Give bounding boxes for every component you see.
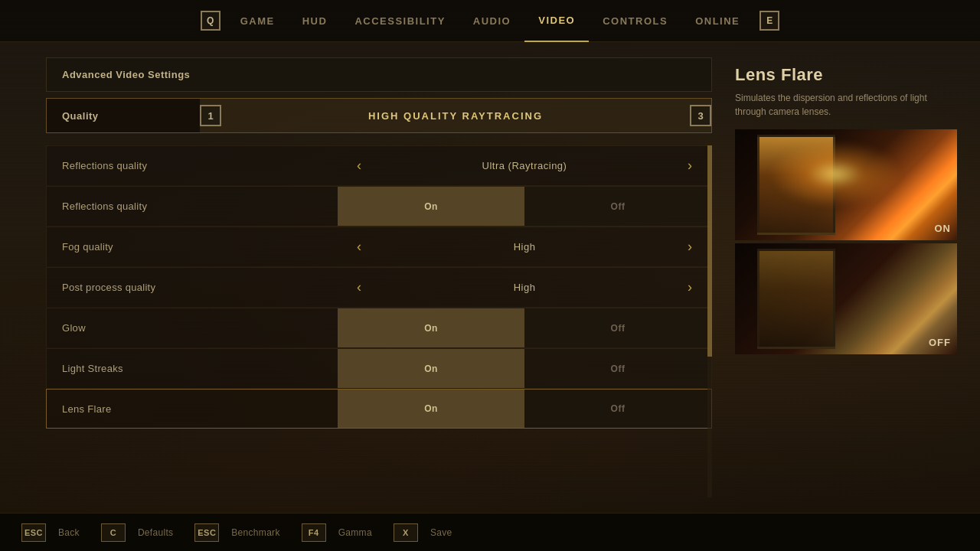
setting-name-fog: Fog quality xyxy=(47,241,338,253)
scrollbar[interactable] xyxy=(707,145,712,497)
settings-list: Reflections quality ‹ Ultra (Raytracing)… xyxy=(46,145,712,429)
key-x-save: X xyxy=(394,523,418,542)
preview-description: Simulates the dispersion and reflections… xyxy=(735,91,957,119)
slider-control-fog: ‹ High › xyxy=(338,227,711,266)
reflections-value: Ultra (Raytracing) xyxy=(373,160,676,171)
preview-on-container: ON xyxy=(735,129,957,243)
right-panel: Lens Flare Simulates the dispersion and … xyxy=(735,57,957,497)
key-esc-back: ESC xyxy=(21,523,46,542)
setting-row-reflections-toggle[interactable]: Reflections quality On Off xyxy=(46,186,712,226)
door-frame-off xyxy=(757,249,835,349)
key-esc-benchmark: ESC xyxy=(194,523,219,542)
section-header: Advanced Video Settings xyxy=(46,57,712,92)
setting-name-reflections: Reflections quality xyxy=(47,160,338,171)
fog-arrow-left[interactable]: ‹ xyxy=(345,233,373,261)
tab-online[interactable]: ONLINE xyxy=(681,0,753,42)
preview-image-off: OFF xyxy=(735,243,957,354)
setting-row-reflections-quality[interactable]: Reflections quality ‹ Ultra (Raytracing)… xyxy=(46,145,712,185)
quality-value: HIGH QUALITY RAYTRACING xyxy=(229,110,682,122)
reflections-toggle-off[interactable]: Off xyxy=(524,187,711,226)
left-panel: Advanced Video Settings Quality 1 HIGH Q… xyxy=(46,57,712,497)
toggle-glow: On Off xyxy=(338,308,711,347)
setting-control-fog: ‹ High › xyxy=(338,227,711,266)
quality-num-left: 1 xyxy=(200,105,221,126)
fog-value: High xyxy=(373,241,676,253)
setting-name-lens-flare: Lens Flare xyxy=(47,403,338,415)
nav-key-e[interactable]: E xyxy=(760,11,779,31)
separator xyxy=(46,139,712,145)
lens-flare-toggle-on[interactable]: On xyxy=(338,390,524,428)
setting-control-lens-flare: On Off xyxy=(338,390,711,428)
setting-control-reflections-toggle: On Off xyxy=(338,187,711,226)
label-benchmark: Benchmark xyxy=(231,527,279,538)
nav-key-q[interactable]: Q xyxy=(201,11,220,31)
preview-off-container: OFF xyxy=(735,243,957,357)
tab-game[interactable]: GAME xyxy=(227,0,289,42)
setting-control-light-streaks: On Off xyxy=(338,349,711,388)
quality-controls: 1 HIGH QUALITY RAYTRACING 3 xyxy=(200,99,711,132)
label-defaults: Defaults xyxy=(138,527,173,538)
slider-control-post-process: ‹ High › xyxy=(338,268,711,307)
setting-name-light-streaks: Light Streaks xyxy=(47,363,338,374)
main-content: Advanced Video Settings Quality 1 HIGH Q… xyxy=(0,42,980,513)
setting-control-glow: On Off xyxy=(338,308,711,347)
lens-flare-toggle-off[interactable]: Off xyxy=(524,390,711,428)
top-navigation: Q GAME HUD ACCESSIBILITY AUDIO VIDEO CON… xyxy=(0,0,980,42)
tab-accessibility[interactable]: ACCESSIBILITY xyxy=(341,0,459,42)
setting-name-glow: Glow xyxy=(47,322,338,334)
post-process-arrow-right[interactable]: › xyxy=(676,274,704,302)
fog-arrow-right[interactable]: › xyxy=(676,233,704,261)
label-save: Save xyxy=(430,527,452,538)
preview-off-label: OFF xyxy=(929,337,951,348)
toggle-lens-flare: On Off xyxy=(338,390,711,428)
setting-row-glow[interactable]: Glow On Off xyxy=(46,308,712,347)
tab-audio[interactable]: AUDIO xyxy=(459,0,524,42)
tab-hud[interactable]: HUD xyxy=(289,0,341,42)
quality-row[interactable]: Quality 1 HIGH QUALITY RAYTRACING 3 xyxy=(46,98,712,133)
toggle-light-streaks: On Off xyxy=(338,349,711,388)
light-streaks-toggle-on[interactable]: On xyxy=(338,349,524,388)
setting-row-fog-quality[interactable]: Fog quality ‹ High › xyxy=(46,227,712,266)
glow-toggle-off[interactable]: Off xyxy=(524,308,711,347)
light-streaks-toggle-off[interactable]: Off xyxy=(524,349,711,388)
key-f4-gamma: F4 xyxy=(302,523,326,542)
flare-effect-on xyxy=(769,141,902,207)
post-process-value: High xyxy=(373,282,676,293)
preview-on-label: ON xyxy=(935,223,952,234)
label-gamma: Gamma xyxy=(338,527,372,538)
glow-toggle-on[interactable]: On xyxy=(338,308,524,347)
setting-row-post-process[interactable]: Post process quality ‹ High › xyxy=(46,267,712,307)
key-c-defaults: C xyxy=(101,523,126,542)
reflections-arrow-right[interactable]: › xyxy=(676,152,704,180)
setting-control-post-process: ‹ High › xyxy=(338,268,711,307)
setting-name-reflections-toggle: Reflections quality xyxy=(47,201,338,212)
tab-video[interactable]: VIDEO xyxy=(524,0,589,42)
setting-control-reflections: ‹ Ultra (Raytracing) › xyxy=(338,146,711,185)
preview-image-on: ON xyxy=(735,129,957,240)
preview-title: Lens Flare xyxy=(735,65,957,85)
quality-num-right: 3 xyxy=(690,105,711,126)
setting-row-lens-flare[interactable]: Lens Flare On Off xyxy=(46,389,712,429)
reflections-arrow-left[interactable]: ‹ xyxy=(345,152,373,180)
tab-controls[interactable]: CONTROLS xyxy=(589,0,681,42)
scroll-thumb xyxy=(707,145,712,357)
quality-label: Quality xyxy=(47,110,200,122)
toggle-reflections: On Off xyxy=(338,187,711,226)
settings-container: Reflections quality ‹ Ultra (Raytracing)… xyxy=(46,145,712,497)
bottom-bar: ESC Back C Defaults ESC Benchmark F4 Gam… xyxy=(0,513,980,551)
label-back: Back xyxy=(58,527,80,538)
reflections-toggle-on[interactable]: On xyxy=(338,187,524,226)
setting-name-post-process: Post process quality xyxy=(47,282,338,293)
setting-row-light-streaks[interactable]: Light Streaks On Off xyxy=(46,348,712,388)
post-process-arrow-left[interactable]: ‹ xyxy=(345,274,373,302)
slider-control-reflections: ‹ Ultra (Raytracing) › xyxy=(338,146,711,185)
